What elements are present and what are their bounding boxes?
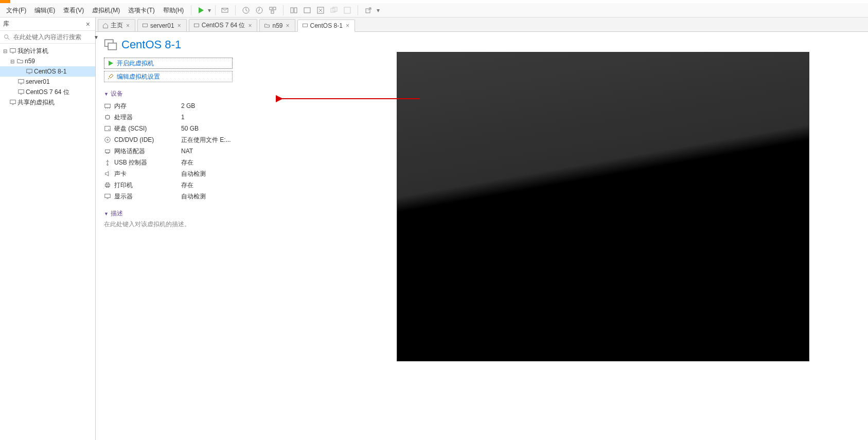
device-value: 2 GB [181, 102, 195, 109]
tab-server01[interactable]: server01 × [137, 19, 187, 31]
expand-icon[interactable]: ⊟ [9, 58, 15, 64]
toolbar-manage-snapshots-button[interactable] [267, 4, 279, 16]
net-icon [104, 148, 111, 155]
expand-icon [2, 99, 8, 105]
description-section-header[interactable]: ▼ 描述 [104, 209, 329, 218]
library-tree: ⊟ 我的计算机 ⊟ n59 CentOS 8-1 server01 CentOS… [0, 44, 95, 440]
tab-close-button[interactable]: × [247, 22, 253, 29]
tree-vm-centos7[interactable]: CentOS 7 64 位 [0, 87, 95, 97]
tree-vm-centos8[interactable]: CentOS 8-1 [0, 66, 95, 77]
device-value: 1 [181, 114, 185, 121]
device-value: 正在使用文件 E:... [181, 136, 231, 144]
menu-file[interactable]: 文件(F) [2, 3, 30, 17]
svg-rect-28 [105, 126, 111, 131]
vm-icon [193, 23, 200, 29]
tabstrip: 主页 × server01 × CentOS 7 64 位 × n59 × Ce… [96, 17, 868, 32]
svg-rect-22 [303, 24, 307, 27]
sidebar-title: 库 [3, 20, 9, 28]
device-label: 网络适配器 [114, 147, 145, 156]
toolbar-popout-dropdown[interactable]: ▾ [376, 4, 381, 16]
menu-edit[interactable]: 编辑(E) [30, 3, 59, 17]
vm-icon [17, 78, 25, 85]
description-placeholder[interactable]: 在此处键入对该虚拟机的描述。 [104, 220, 329, 229]
tab-home[interactable]: 主页 × [98, 19, 135, 31]
device-label: CD/DVD (IDE) [114, 136, 154, 143]
folder-icon [16, 58, 24, 65]
device-label: 硬盘 (SCSI) [114, 124, 147, 133]
menu-view[interactable]: 查看(V) [59, 3, 88, 17]
tab-n59[interactable]: n59 × [259, 19, 295, 31]
edit-vm-settings-button[interactable]: 编辑虚拟机设置 [104, 71, 233, 82]
tab-centos7[interactable]: CentOS 7 64 位 × [189, 19, 258, 31]
device-label: 处理器 [114, 113, 133, 122]
toolbar-fullscreen-button[interactable] [341, 4, 353, 16]
tree-my-computer[interactable]: ⊟ 我的计算机 [0, 46, 95, 56]
content-pane: 主页 × server01 × CentOS 7 64 位 × n59 × Ce… [96, 17, 868, 440]
toolbar-play-button[interactable] [194, 4, 207, 16]
toolbar-stretch-button[interactable] [314, 4, 327, 16]
device-value: NAT [181, 148, 193, 155]
device-value: 存在 [181, 181, 193, 190]
tab-centos8[interactable]: CentOS 8-1 × [297, 20, 355, 32]
vm-large-icon [104, 38, 117, 51]
popout-icon [364, 6, 373, 14]
display-icon [104, 193, 111, 200]
svg-rect-6 [291, 8, 293, 13]
toolbar-send-button[interactable] [219, 4, 231, 16]
toolbar-unity-button[interactable] [328, 4, 340, 16]
vm-preview [338, 32, 868, 440]
start-vm-button[interactable]: 开启此虚拟机 [104, 58, 233, 69]
device-row[interactable]: 声卡自动检测 [104, 168, 238, 179]
vm-details: CentOS 8-1 开启此虚拟机 编辑虚拟机设置 ▼ 设备 内存2 GB处理器… [96, 32, 338, 440]
memory-icon [104, 102, 111, 109]
toolbar-play-dropdown[interactable]: ▾ [207, 4, 212, 16]
toolbar-thumbnail-button[interactable] [288, 4, 300, 16]
tab-close-button[interactable]: × [176, 22, 182, 29]
search-input[interactable] [12, 33, 92, 41]
vm-icon [142, 23, 148, 29]
monitor-icon [9, 99, 16, 106]
device-row[interactable]: 显示器自动检测 [104, 191, 238, 202]
vm-icon [26, 68, 33, 75]
tab-close-button[interactable]: × [125, 22, 131, 29]
menu-vm[interactable]: 虚拟机(M) [88, 3, 124, 17]
svg-point-29 [109, 129, 110, 130]
single-window-icon [303, 6, 311, 14]
separator [235, 5, 236, 15]
device-row[interactable]: USB 控制器存在 [104, 157, 238, 168]
device-row[interactable]: CD/DVD (IDE)正在使用文件 E:... [104, 134, 238, 145]
toolbar-single-button[interactable] [301, 4, 313, 16]
svg-rect-21 [194, 24, 199, 27]
svg-rect-37 [105, 194, 111, 198]
unity-icon [330, 6, 338, 14]
menu-help[interactable]: 帮助(H) [159, 3, 188, 17]
device-label: 打印机 [114, 181, 133, 190]
device-label: 声卡 [114, 170, 127, 178]
caret-down-icon: ▼ [104, 211, 109, 216]
toolbar-revert-button[interactable] [253, 4, 265, 16]
device-row[interactable]: 硬盘 (SCSI)50 GB [104, 123, 238, 134]
tree-shared-vms[interactable]: 共享的虚拟机 [0, 97, 95, 107]
usb-icon [104, 159, 111, 166]
expand-icon[interactable]: ⊟ [2, 48, 8, 54]
tree-folder-n59[interactable]: ⊟ n59 [0, 56, 95, 66]
tree-vm-server01[interactable]: server01 [0, 77, 95, 87]
separator [191, 5, 191, 15]
device-row[interactable]: 处理器1 [104, 112, 238, 123]
devices-list: 内存2 GB处理器1硬盘 (SCSI)50 GBCD/DVD (IDE)正在使用… [104, 100, 238, 202]
sidebar-search[interactable]: ▼ [0, 31, 95, 44]
svg-point-31 [107, 139, 109, 141]
clock-back-icon [255, 6, 263, 14]
device-row[interactable]: 内存2 GB [104, 100, 238, 112]
toolbar-snapshot-button[interactable] [240, 4, 252, 16]
sidebar-close-button[interactable]: × [84, 20, 92, 28]
device-row[interactable]: 网络适配器NAT [104, 145, 238, 157]
device-row[interactable]: 打印机存在 [104, 179, 238, 191]
toolbar-popout-button[interactable] [362, 4, 375, 16]
devices-section-header[interactable]: ▼ 设备 [104, 89, 329, 98]
svg-rect-4 [273, 7, 276, 10]
vm-screen-thumbnail[interactable] [397, 52, 809, 361]
menu-tabs[interactable]: 选项卡(T) [124, 3, 158, 17]
tab-close-button[interactable]: × [285, 22, 290, 29]
tab-close-button[interactable]: × [345, 22, 350, 29]
